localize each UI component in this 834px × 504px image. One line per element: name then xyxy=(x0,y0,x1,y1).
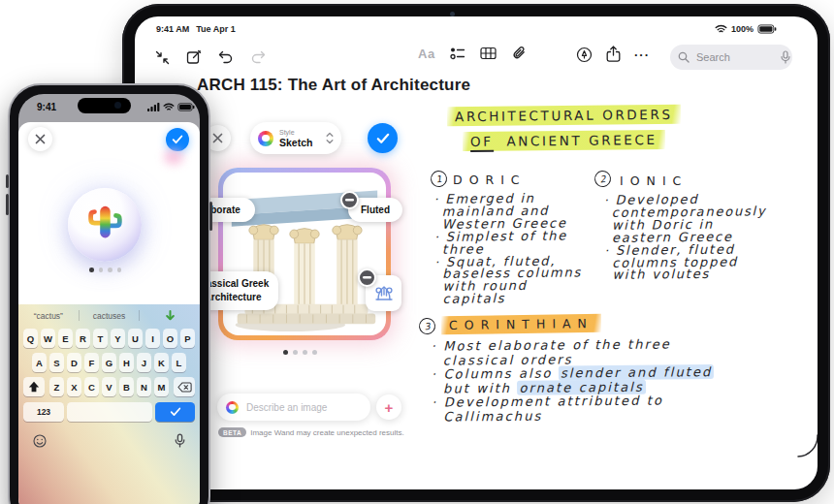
beta-text: Image Wand may create unexpected results… xyxy=(250,428,403,437)
key-t[interactable]: T xyxy=(93,329,108,348)
keyboard-row-3: Z X C V B N M xyxy=(49,377,169,396)
screenshot-stage: 9:41 AM Tue Apr 1 100% xyxy=(0,0,834,504)
table-icon[interactable] xyxy=(480,47,497,60)
iphone-screen: 9:41 xyxy=(18,94,200,504)
key-u[interactable]: U xyxy=(128,329,143,348)
style-value: Sketch xyxy=(279,138,320,148)
key-s[interactable]: S xyxy=(49,353,64,372)
genmoji-preview-bubble[interactable] xyxy=(68,188,142,262)
suggestion-literal[interactable]: “cactus” xyxy=(18,311,79,321)
text-format-icon[interactable]: Aa xyxy=(418,47,435,61)
hw-number-1: 1 xyxy=(430,170,448,188)
key-i[interactable]: I xyxy=(145,329,160,348)
ipad-image-pagination[interactable] xyxy=(283,350,317,355)
dictation-mic-icon[interactable] xyxy=(781,50,790,64)
iphone-image-pagination[interactable] xyxy=(89,268,121,272)
side-button xyxy=(209,202,212,231)
key-l[interactable]: L xyxy=(172,353,186,372)
hw-ionic-notes: · Developed contemporaneously with Doric… xyxy=(604,193,780,282)
markup-pen-icon[interactable] xyxy=(576,47,593,63)
front-camera xyxy=(114,102,121,109)
generated-image-card[interactable] xyxy=(218,168,391,340)
key-x[interactable]: X xyxy=(67,377,81,396)
hw-number-2: 2 xyxy=(593,170,612,188)
hw-doric-notes: · Emerged in mainland and Western Greece… xyxy=(433,192,604,306)
key-n[interactable]: N xyxy=(137,377,151,396)
keyboard-row-1: Q W E R T Y U I O P xyxy=(23,329,195,348)
remove-sketch-icon[interactable] xyxy=(358,268,376,287)
key-j[interactable]: J xyxy=(137,353,151,372)
iphone-status-icons xyxy=(147,103,195,111)
key-c[interactable]: C xyxy=(84,377,99,396)
image-playground-icon xyxy=(258,131,273,146)
key-q[interactable]: Q xyxy=(23,329,38,348)
describe-image-input[interactable] xyxy=(244,401,355,414)
key-o[interactable]: O xyxy=(163,329,177,348)
hw-doric-title: DORIC xyxy=(453,173,527,187)
suggestion-arrow-down-icon[interactable] xyxy=(140,310,200,321)
key-v[interactable]: V xyxy=(102,377,116,396)
note-title[interactable]: ARCH 115: The Art of Architecture xyxy=(197,76,470,95)
ipad-date: Tue Apr 1 xyxy=(196,24,236,34)
hw-heading-line1: ARCHITECTURAL ORDERS xyxy=(447,106,681,125)
shift-key[interactable] xyxy=(23,377,45,396)
key-r[interactable]: R xyxy=(76,329,90,348)
more-icon[interactable]: ··· xyxy=(634,47,650,62)
redo-icon[interactable] xyxy=(246,46,270,69)
key-a[interactable]: A xyxy=(32,353,47,372)
checklist-icon[interactable] xyxy=(450,47,465,60)
dynamic-island xyxy=(78,98,131,113)
ipad-device: 9:41 AM Tue Apr 1 100% xyxy=(122,4,830,502)
attachment-icon[interactable] xyxy=(511,46,527,61)
minimize-icon[interactable] xyxy=(150,46,174,69)
wifi-icon xyxy=(715,24,727,34)
remove-fluted-icon[interactable] xyxy=(340,191,359,209)
key-p[interactable]: P xyxy=(180,329,195,348)
search-field[interactable] xyxy=(670,45,792,70)
key-z[interactable]: Z xyxy=(49,377,64,396)
hw-corner-arc xyxy=(796,433,818,458)
hw-heading-line2: OF ANCIENT GREECE xyxy=(463,131,665,150)
key-y[interactable]: Y xyxy=(111,329,125,348)
dictation-mic-icon[interactable] xyxy=(175,433,185,448)
done-key[interactable] xyxy=(155,402,195,422)
beta-disclaimer: BETA Image Wand may create unexpected re… xyxy=(218,427,404,437)
key-k[interactable]: K xyxy=(154,353,169,372)
compose-icon[interactable] xyxy=(182,46,206,69)
hw-ionic-title: IONIC xyxy=(620,173,688,188)
confirm-genmoji-button[interactable] xyxy=(166,128,189,151)
key-m[interactable]: M xyxy=(154,377,169,396)
key-b[interactable]: B xyxy=(119,377,134,396)
key-w[interactable]: W xyxy=(41,329,55,348)
describe-image-field[interactable] xyxy=(217,394,370,421)
space-key[interactable] xyxy=(67,402,152,422)
confirm-image-button[interactable] xyxy=(368,123,398,153)
hw-corinthian-notes: · Most elaborate of the three classical … xyxy=(432,336,791,425)
chevron-up-down-icon xyxy=(326,132,334,144)
backspace-key[interactable] xyxy=(174,377,195,396)
key-d[interactable]: D xyxy=(67,353,81,372)
key-h[interactable]: H xyxy=(119,353,134,372)
key-g[interactable]: G xyxy=(102,353,116,372)
close-icon[interactable] xyxy=(28,127,52,151)
notes-toolbar-left xyxy=(150,46,270,69)
add-image-button[interactable]: + xyxy=(376,394,401,420)
ipad-status-right: 100% xyxy=(715,24,777,34)
search-icon xyxy=(678,51,690,63)
undo-icon[interactable] xyxy=(214,46,238,69)
share-icon[interactable] xyxy=(606,46,621,63)
notes-toolbar-right: ··· xyxy=(576,46,650,63)
emoji-icon[interactable] xyxy=(33,433,47,448)
pink-smudge xyxy=(164,149,183,165)
key-f[interactable]: F xyxy=(84,353,99,372)
suggestion-cactuses[interactable]: cactuses xyxy=(80,311,140,321)
style-picker[interactable]: Style Sketch xyxy=(250,122,341,154)
search-input[interactable] xyxy=(694,50,776,64)
hw-corinthian-title: CORINTHIAN xyxy=(441,315,601,333)
ipad-time: 9:41 AM xyxy=(156,24,189,34)
key-e[interactable]: E xyxy=(58,329,73,348)
numbers-key[interactable]: 123 xyxy=(23,402,64,422)
rainbow-cactus-image xyxy=(82,201,127,249)
notes-toolbar-center: Aa xyxy=(418,46,527,61)
autocorrect-bar: “cactus” cactuses xyxy=(18,307,200,324)
